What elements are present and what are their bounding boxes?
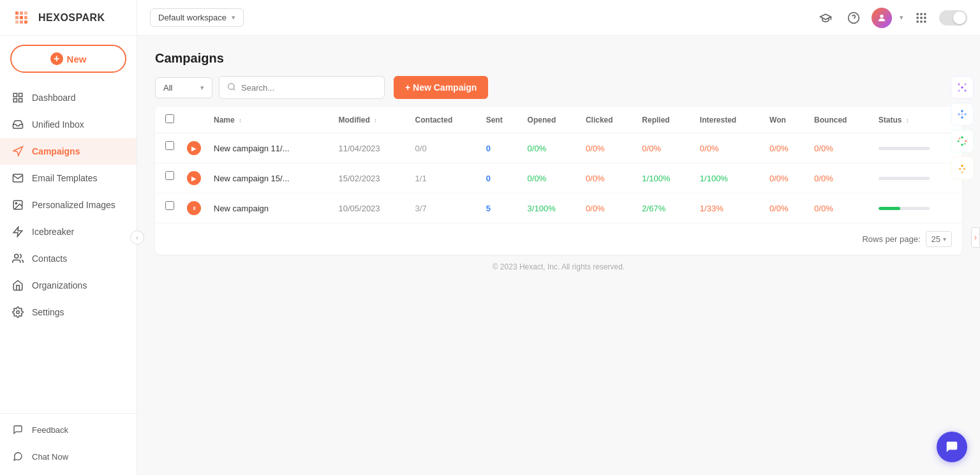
right-float-btn-2[interactable] <box>951 103 974 126</box>
theme-toggle[interactable] <box>939 10 967 26</box>
sidebar-item-personalized-images[interactable]: Personalized Images <box>0 192 137 218</box>
row1-modified: 11/04/2023 <box>332 133 409 163</box>
row3-interested: 1/33% <box>694 193 763 223</box>
row2-modified: 15/02/2023 <box>332 163 409 193</box>
page-title: Campaigns <box>155 51 962 66</box>
chevron-down-icon-avatar: ▾ <box>900 13 903 22</box>
new-button[interactable]: + New <box>10 45 126 73</box>
right-float-btn-1[interactable] <box>951 76 974 99</box>
row3-won: 0/0% <box>763 193 808 223</box>
svg-rect-29 <box>920 20 922 22</box>
svg-rect-1 <box>15 11 19 15</box>
svg-point-42 <box>961 113 963 115</box>
sidebar-item-dashboard[interactable]: Dashboard <box>0 84 137 111</box>
sidebar-item-settings[interactable]: Settings <box>0 299 137 326</box>
row3-bounced: 0/0% <box>808 193 872 223</box>
app-name: HEXOSPARK <box>38 12 105 24</box>
topbar-right: ▾ <box>815 8 967 28</box>
th-sent: Sent <box>480 107 521 133</box>
row2-won: 0/0% <box>763 163 808 193</box>
grid-icon <box>11 91 24 104</box>
th-status-icon <box>181 107 207 133</box>
workspace-selector[interactable]: Default workspace ▾ <box>150 8 244 27</box>
row1-play-icon[interactable]: ▶ <box>187 141 201 155</box>
row3-checkbox[interactable] <box>165 201 174 210</box>
svg-rect-22 <box>917 13 919 15</box>
th-modified[interactable]: Modified ↕ <box>332 107 409 133</box>
row3-contacted: 3/7 <box>409 193 480 223</box>
rows-chevron-icon: ▾ <box>943 236 946 243</box>
svg-rect-4 <box>15 16 19 19</box>
row2-replied: 1/100% <box>635 163 693 193</box>
logo-area: HEXOSPARK <box>0 0 137 36</box>
row3-name[interactable]: New campaign <box>207 193 332 223</box>
table-row: ⏸ New campaign 10/05/2023 3/7 5 3/100% 0… <box>155 193 962 223</box>
svg-point-40 <box>964 113 966 115</box>
row2-sent: 0 <box>480 163 521 193</box>
svg-marker-16 <box>13 227 22 237</box>
row3-clicked: 0/0% <box>579 193 635 223</box>
svg-point-34 <box>958 83 960 85</box>
row1-opened: 0/0% <box>521 133 579 163</box>
th-won: Won <box>763 107 808 133</box>
row1-clicked: 0/0% <box>579 133 635 163</box>
sidebar-item-campaigns[interactable]: Campaigns <box>0 138 137 165</box>
row2-play-icon[interactable]: ▶ <box>187 171 201 185</box>
sidebar-item-organizations[interactable]: Organizations <box>0 272 137 299</box>
table-row: ▶ New campaign 11/... 11/04/2023 0/0 0 0… <box>155 133 962 163</box>
sidebar-item-feedback[interactable]: Feedback <box>0 416 137 443</box>
right-float-panel <box>948 71 976 185</box>
sidebar-item-unified-inbox[interactable]: Unified Inbox <box>0 111 137 138</box>
row2-checkbox[interactable] <box>165 171 174 180</box>
new-campaign-button[interactable]: + New Campaign <box>394 76 488 99</box>
help-icon-button[interactable] <box>843 8 864 28</box>
row3-status-bar <box>872 193 962 223</box>
sidebar-bottom: Feedback Chat Now <box>0 413 137 475</box>
right-float-btn-4[interactable] <box>951 156 974 179</box>
row1-name[interactable]: New campaign 11/... <box>207 133 332 163</box>
svg-point-17 <box>15 254 19 258</box>
svg-rect-23 <box>920 13 922 15</box>
table-header-row: Name ↕ Modified ↕ Contacted Sent Opened … <box>155 107 962 133</box>
svg-point-51 <box>963 168 965 170</box>
svg-rect-27 <box>924 17 926 19</box>
svg-point-18 <box>17 311 20 314</box>
sidebar-item-contacts[interactable]: Contacts <box>0 245 137 272</box>
rows-per-page-select[interactable]: 25 ▾ <box>926 231 952 247</box>
th-replied: Replied <box>635 107 693 133</box>
svg-point-48 <box>964 143 966 145</box>
svg-point-52 <box>961 171 963 173</box>
name-sort-icon: ↕ <box>239 117 242 124</box>
svg-point-44 <box>958 140 960 142</box>
svg-rect-3 <box>24 11 27 15</box>
page-content: Campaigns All ▾ + New Campaign <box>137 36 980 475</box>
row1-checkbox[interactable] <box>165 141 174 150</box>
th-name[interactable]: Name ↕ <box>207 107 332 133</box>
sidebar-item-icebreaker[interactable]: Icebreaker <box>0 218 137 245</box>
row3-sent: 5 <box>480 193 521 223</box>
row1-checkbox-cell <box>155 133 181 158</box>
row2-name[interactable]: New campaign 15/... <box>207 163 332 193</box>
chat-bubble-button[interactable] <box>937 432 967 462</box>
user-avatar[interactable] <box>872 8 892 28</box>
row2-interested: 1/100% <box>694 163 763 193</box>
search-input[interactable] <box>241 83 376 93</box>
grid-apps-icon-button[interactable] <box>911 8 932 28</box>
filter-dropdown[interactable]: All ▾ <box>155 77 212 98</box>
svg-rect-24 <box>924 13 926 15</box>
svg-rect-7 <box>15 20 19 24</box>
sidebar-item-chat-now[interactable]: Chat Now <box>0 443 137 470</box>
campaigns-table: Name ↕ Modified ↕ Contacted Sent Opened … <box>155 107 962 255</box>
sidebar-collapse-button[interactable]: ‹ <box>130 230 144 245</box>
graduation-icon-button[interactable] <box>815 8 836 28</box>
right-edge-collapse-arrow[interactable]: › <box>971 227 980 248</box>
image-icon <box>11 199 24 211</box>
sidebar-item-email-templates[interactable]: Email Templates <box>0 165 137 192</box>
right-float-btn-3[interactable] <box>951 130 974 153</box>
svg-rect-11 <box>19 93 22 96</box>
svg-rect-12 <box>13 99 17 102</box>
select-all-checkbox[interactable] <box>165 114 174 123</box>
row2-status-icon-cell: ▶ <box>181 163 207 193</box>
svg-rect-6 <box>24 16 27 19</box>
row3-pause-icon[interactable]: ⏸ <box>187 201 201 215</box>
